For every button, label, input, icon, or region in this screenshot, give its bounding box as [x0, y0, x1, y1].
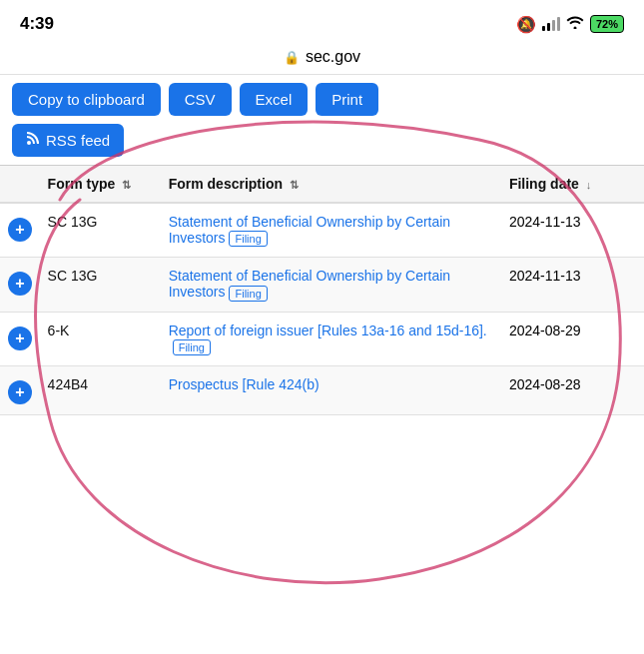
form-description-link[interactable]: Statement of Beneficial Ownership by Cer… [169, 214, 450, 246]
form-description-link[interactable]: Report of foreign issuer [Rules 13a-16 a… [169, 323, 487, 338]
form-type-value: 424B4 [48, 376, 88, 392]
rss-label: RSS feed [46, 132, 110, 149]
sort-icon-form-type: ⇅ [122, 179, 131, 191]
battery-indicator: 72% [590, 15, 624, 33]
filing-date-value: 2024-11-13 [509, 268, 581, 284]
url-text: sec.gov [306, 48, 360, 66]
status-bar: 4:39 🔕 72% [0, 0, 644, 44]
expand-button[interactable]: + [8, 272, 32, 296]
form-type-cell: SC 13G [40, 203, 161, 258]
sort-icon-form-desc: ⇅ [290, 179, 299, 191]
copy-to-clipboard-button[interactable]: Copy to clipboard [12, 83, 161, 116]
toolbar-row-1: Copy to clipboard CSV Excel Print [12, 83, 632, 116]
table-row: +424B4Prospectus [Rule 424(b)2024-08-28 [0, 365, 644, 414]
form-type-value: SC 13G [48, 268, 98, 284]
form-type-cell: SC 13G [40, 258, 161, 312]
excel-button[interactable]: Excel [240, 83, 309, 116]
rss-feed-button[interactable]: RSS feed [12, 124, 124, 157]
signal-icon [542, 17, 560, 31]
form-description-cell: Report of foreign issuer [Rules 13a-16 a… [161, 312, 501, 365]
filing-date-value: 2024-11-13 [509, 214, 581, 230]
wifi-icon [566, 15, 584, 33]
table-row: +SC 13GStatement of Beneficial Ownership… [0, 203, 644, 258]
filing-date-column-header[interactable]: Filing date ↓ [501, 166, 644, 203]
expand-column-header [0, 166, 40, 203]
lock-icon: 🔒 [284, 50, 300, 65]
notification-icon: 🔕 [516, 15, 536, 34]
filing-date-value: 2024-08-28 [509, 376, 581, 392]
expand-button[interactable]: + [8, 380, 32, 404]
filing-tag: Filing [173, 339, 211, 355]
expand-cell: + [0, 365, 40, 414]
form-type-cell: 6-K [40, 312, 161, 365]
filing-date-cell: 2024-08-28 [501, 365, 644, 414]
form-type-value: SC 13G [48, 214, 98, 230]
svg-point-0 [27, 141, 31, 145]
filing-tag: Filing [229, 231, 267, 247]
address-bar: 🔒 sec.gov [0, 44, 644, 74]
filing-date-cell: 2024-11-13 [501, 203, 644, 258]
print-button[interactable]: Print [316, 83, 378, 116]
csv-button[interactable]: CSV [169, 83, 232, 116]
expand-button[interactable]: + [8, 218, 32, 242]
expand-button[interactable]: + [8, 327, 32, 350]
form-description-cell: Prospectus [Rule 424(b) [161, 365, 501, 414]
form-type-value: 6-K [48, 323, 70, 338]
filings-table-container: Form type ⇅ Form description ⇅ Filing da… [0, 165, 644, 415]
sort-icon-filing-date: ↓ [586, 179, 592, 191]
form-description-column-header[interactable]: Form description ⇅ [161, 166, 501, 203]
filing-date-cell: 2024-08-29 [501, 312, 644, 365]
filings-table: Form type ⇅ Form description ⇅ Filing da… [0, 166, 644, 415]
filing-date-cell: 2024-11-13 [501, 258, 644, 312]
form-type-column-header[interactable]: Form type ⇅ [40, 166, 161, 203]
table-row: +6-KReport of foreign issuer [Rules 13a-… [0, 312, 644, 365]
status-time: 4:39 [20, 14, 54, 34]
table-header: Form type ⇅ Form description ⇅ Filing da… [0, 166, 644, 203]
form-description-link[interactable]: Statement of Beneficial Ownership by Cer… [169, 268, 450, 300]
expand-cell: + [0, 312, 40, 365]
status-icons: 🔕 72% [516, 15, 624, 34]
filing-date-value: 2024-08-29 [509, 323, 581, 338]
expand-cell: + [0, 203, 40, 258]
filing-tag: Filing [229, 286, 267, 302]
table-row: +SC 13GStatement of Beneficial Ownership… [0, 258, 644, 312]
form-description-cell: Statement of Beneficial Ownership by Cer… [161, 203, 501, 258]
toolbar: Copy to clipboard CSV Excel Print RSS fe… [0, 74, 644, 165]
rss-icon [26, 132, 40, 149]
expand-cell: + [0, 258, 40, 312]
form-description-cell: Statement of Beneficial Ownership by Cer… [161, 258, 501, 312]
form-description-link[interactable]: Prospectus [Rule 424(b) [169, 376, 320, 392]
table-body: +SC 13GStatement of Beneficial Ownership… [0, 203, 644, 414]
toolbar-row-2: RSS feed [12, 124, 632, 157]
form-type-cell: 424B4 [40, 365, 161, 414]
